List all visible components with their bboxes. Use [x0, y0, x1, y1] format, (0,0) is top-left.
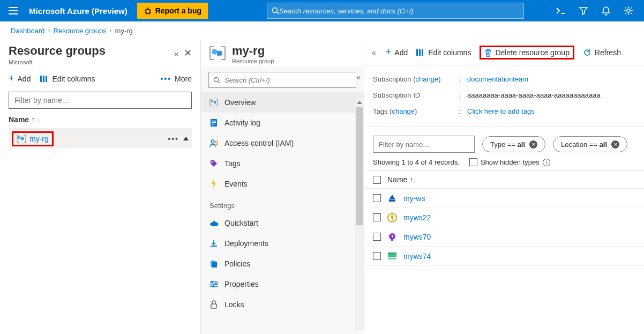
- resource-row[interactable]: myws74: [364, 247, 644, 266]
- clear-filter-icon[interactable]: ✕: [529, 140, 537, 149]
- refresh-icon: [583, 48, 591, 57]
- columns-icon: [40, 75, 49, 83]
- blade-search-input[interactable]: [224, 76, 351, 84]
- clear-filter-icon[interactable]: ✕: [611, 140, 619, 149]
- plus-icon: +: [9, 73, 14, 84]
- type-filter-pill[interactable]: Type == all ✕: [482, 136, 545, 152]
- nav-policies[interactable]: Policies: [201, 254, 364, 274]
- edit-columns-button[interactable]: Edit columns: [40, 75, 95, 83]
- edit-columns-button[interactable]: Edit columns: [416, 48, 471, 57]
- nav-overview[interactable]: Overview: [201, 92, 364, 113]
- nav-tags[interactable]: Tags: [201, 153, 364, 174]
- global-search-input[interactable]: [279, 7, 519, 15]
- row-checkbox[interactable]: [373, 252, 381, 260]
- resource-group-link[interactable]: my-rg: [29, 135, 49, 143]
- chevron-right-icon: ›: [110, 27, 112, 34]
- blade-search[interactable]: [208, 72, 356, 88]
- collapse-icon[interactable]: «: [174, 49, 178, 58]
- change-subscription-link[interactable]: change: [416, 75, 439, 83]
- resource-row[interactable]: myws22: [364, 208, 644, 227]
- row-checkbox[interactable]: [373, 194, 381, 202]
- nav-locks[interactable]: Locks: [201, 294, 364, 315]
- svg-point-17: [211, 140, 214, 143]
- svg-rect-26: [211, 304, 216, 308]
- bug-icon: [144, 6, 152, 15]
- svg-point-19: [212, 161, 213, 163]
- scroll-up-icon[interactable]: [355, 98, 364, 107]
- plus-icon: +: [386, 47, 392, 58]
- scroll-up-icon[interactable]: [183, 137, 189, 140]
- resource-groups-panel: Resource groups Microsoft « ✕ +Add Edit …: [0, 40, 201, 334]
- search-icon: [213, 77, 220, 84]
- breadcrumb-current: my-rg: [115, 27, 133, 35]
- refresh-label: Refresh: [595, 48, 621, 57]
- change-tags-link[interactable]: change: [392, 107, 415, 115]
- menu-icon[interactable]: [4, 0, 23, 21]
- nav-quickstart[interactable]: Quickstart: [201, 213, 364, 233]
- refresh-button[interactable]: Refresh: [583, 48, 621, 57]
- close-icon[interactable]: ✕: [184, 47, 192, 59]
- show-hidden-checkbox[interactable]: [469, 158, 477, 166]
- collapse-icon[interactable]: «: [356, 73, 361, 81]
- nav-label: Quickstart: [224, 219, 258, 227]
- resource-link[interactable]: myws74: [403, 252, 431, 261]
- columns-icon: [416, 49, 425, 56]
- add-tags-link[interactable]: Click here to add tags: [467, 107, 535, 115]
- top-bar: Microsoft Azure (Preview) Report a bug: [0, 0, 644, 21]
- scrollbar[interactable]: [355, 107, 364, 330]
- delete-resource-group-button[interactable]: Delete resource group: [480, 46, 574, 60]
- row-checkbox[interactable]: [373, 233, 381, 241]
- more-label: More: [175, 75, 192, 83]
- filter-input[interactable]: [9, 92, 192, 109]
- svg-rect-33: [392, 218, 393, 220]
- breadcrumb-dashboard[interactable]: Dashboard: [11, 27, 45, 35]
- notifications-icon[interactable]: [595, 0, 617, 21]
- column-header-name[interactable]: Name ↑↓: [9, 109, 192, 128]
- scroll-thumb[interactable]: [356, 107, 363, 225]
- svg-point-1: [273, 8, 278, 13]
- row-checkbox[interactable]: [373, 213, 381, 221]
- global-search[interactable]: [267, 3, 524, 19]
- resource-row[interactable]: my-ws: [364, 189, 644, 208]
- svg-rect-12: [214, 101, 216, 103]
- add-button[interactable]: +Add: [9, 73, 31, 84]
- column-name-label[interactable]: Name: [387, 175, 407, 184]
- nav-events[interactable]: Events: [201, 174, 364, 194]
- svg-rect-11: [211, 100, 213, 102]
- nav-iam[interactable]: Access control (IAM): [201, 133, 364, 153]
- resource-group-row[interactable]: my-rg •••: [9, 128, 192, 149]
- resource-filter-input[interactable]: [373, 136, 475, 153]
- resource-group-icon: [208, 44, 227, 62]
- events-icon: [209, 180, 218, 188]
- location-filter-pill[interactable]: Location == all ✕: [553, 136, 627, 152]
- subscription-link[interactable]: documentationteam: [467, 75, 528, 83]
- add-button[interactable]: +Add: [386, 47, 408, 58]
- resource-row[interactable]: myws70: [364, 227, 644, 247]
- main-content-panel: « +Add Edit columns Delete resource grou…: [364, 40, 644, 334]
- lock-icon: [209, 300, 218, 309]
- select-all-checkbox[interactable]: [373, 176, 381, 184]
- nav-deployments[interactable]: Deployments: [201, 233, 364, 254]
- svg-rect-14: [212, 121, 216, 122]
- svg-rect-8: [212, 49, 218, 55]
- resource-group-icon: [17, 134, 26, 144]
- resource-link[interactable]: myws22: [403, 213, 431, 222]
- svg-rect-38: [388, 258, 396, 259]
- report-bug-button[interactable]: Report a bug: [137, 3, 208, 19]
- resource-link[interactable]: myws70: [403, 233, 431, 241]
- breadcrumb-resource-groups[interactable]: Resource groups: [54, 27, 107, 35]
- info-icon[interactable]: i: [543, 159, 550, 166]
- svg-rect-27: [416, 49, 418, 56]
- filter-icon[interactable]: [572, 0, 595, 21]
- keyvault-icon: [387, 213, 397, 222]
- row-actions-icon[interactable]: •••: [168, 135, 180, 143]
- more-button[interactable]: •••More: [160, 75, 192, 83]
- svg-rect-6: [17, 136, 20, 139]
- collapse-icon[interactable]: «: [372, 48, 376, 57]
- nav-properties[interactable]: Properties: [201, 274, 364, 294]
- resource-link[interactable]: my-ws: [403, 194, 425, 203]
- settings-icon[interactable]: [617, 0, 640, 21]
- deployments-icon: [209, 239, 218, 248]
- nav-activity-log[interactable]: Activity log: [201, 113, 364, 133]
- cloud-shell-icon[interactable]: [550, 0, 572, 21]
